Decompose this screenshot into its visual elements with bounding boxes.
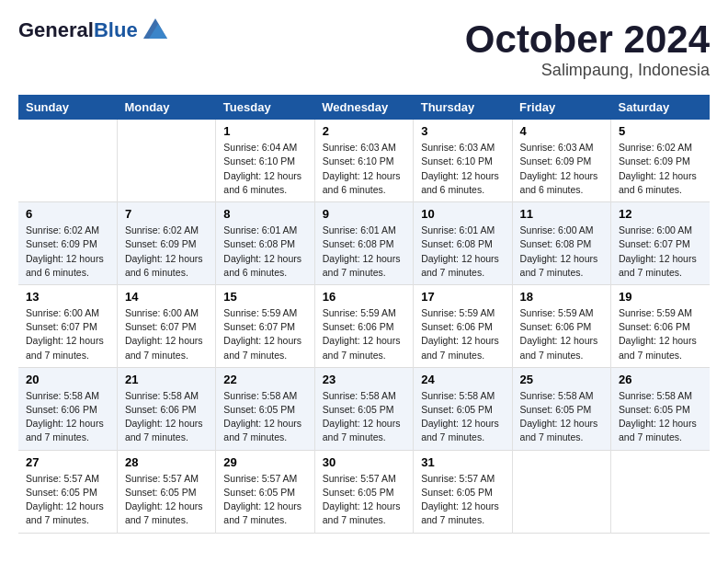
day-number: 7 <box>125 207 208 221</box>
calendar-cell-3-7: 19Sunrise: 5:59 AM Sunset: 6:06 PM Dayli… <box>611 284 710 367</box>
day-info: Sunrise: 5:58 AM Sunset: 6:05 PM Dayligh… <box>421 389 504 445</box>
day-number: 9 <box>323 207 405 221</box>
day-info: Sunrise: 6:03 AM Sunset: 6:10 PM Dayligh… <box>323 141 405 197</box>
logo-icon <box>140 15 171 42</box>
day-info: Sunrise: 6:00 AM Sunset: 6:07 PM Dayligh… <box>26 306 109 362</box>
day-info: Sunrise: 5:57 AM Sunset: 6:05 PM Dayligh… <box>223 472 306 528</box>
day-number: 19 <box>619 290 702 304</box>
calendar-cell-1-5: 3Sunrise: 6:03 AM Sunset: 6:10 PM Daylig… <box>414 120 512 201</box>
calendar-cell-2-3: 8Sunrise: 6:01 AM Sunset: 6:08 PM Daylig… <box>216 202 314 285</box>
weekday-monday: Monday <box>117 95 215 120</box>
day-number: 29 <box>223 455 306 469</box>
day-number: 25 <box>520 373 603 386</box>
calendar-cell-1-3: 1Sunrise: 6:04 AM Sunset: 6:10 PM Daylig… <box>216 120 314 201</box>
day-info: Sunrise: 6:03 AM Sunset: 6:10 PM Dayligh… <box>421 141 504 197</box>
day-info: Sunrise: 6:00 AM Sunset: 6:07 PM Dayligh… <box>125 306 208 362</box>
day-info: Sunrise: 5:58 AM Sunset: 6:05 PM Dayligh… <box>619 389 702 445</box>
day-number: 2 <box>323 124 405 138</box>
day-info: Sunrise: 5:58 AM Sunset: 6:06 PM Dayligh… <box>125 389 208 445</box>
weekday-tuesday: Tuesday <box>216 95 314 120</box>
day-number: 1 <box>223 124 306 138</box>
calendar-cell-5-2: 28Sunrise: 5:57 AM Sunset: 6:05 PM Dayli… <box>117 450 215 533</box>
day-number: 5 <box>619 124 702 138</box>
calendar-cell-4-2: 21Sunrise: 5:58 AM Sunset: 6:06 PM Dayli… <box>117 367 215 450</box>
calendar-cell-2-6: 11Sunrise: 6:00 AM Sunset: 6:08 PM Dayli… <box>512 202 610 285</box>
title-block: October 2024 Salimpaung, Indonesia <box>465 18 710 80</box>
week-row-4: 20Sunrise: 5:58 AM Sunset: 6:06 PM Dayli… <box>18 367 710 450</box>
week-row-5: 27Sunrise: 5:57 AM Sunset: 6:05 PM Dayli… <box>18 450 710 533</box>
month-title: October 2024 <box>465 18 710 61</box>
week-row-3: 13Sunrise: 6:00 AM Sunset: 6:07 PM Dayli… <box>18 284 710 367</box>
calendar-cell-4-3: 22Sunrise: 5:58 AM Sunset: 6:05 PM Dayli… <box>216 367 314 450</box>
day-number: 14 <box>125 290 208 304</box>
calendar-cell-2-2: 7Sunrise: 6:02 AM Sunset: 6:09 PM Daylig… <box>117 202 215 285</box>
calendar-cell-1-4: 2Sunrise: 6:03 AM Sunset: 6:10 PM Daylig… <box>314 120 413 201</box>
day-number: 27 <box>26 455 109 469</box>
calendar-cell-4-7: 26Sunrise: 5:58 AM Sunset: 6:05 PM Dayli… <box>611 367 710 450</box>
weekday-wednesday: Wednesday <box>314 95 413 120</box>
calendar-cell-2-1: 6Sunrise: 6:02 AM Sunset: 6:09 PM Daylig… <box>18 202 117 285</box>
calendar-cell-4-5: 24Sunrise: 5:58 AM Sunset: 6:05 PM Dayli… <box>414 367 512 450</box>
day-info: Sunrise: 5:58 AM Sunset: 6:05 PM Dayligh… <box>520 389 603 445</box>
calendar-cell-3-2: 14Sunrise: 6:00 AM Sunset: 6:07 PM Dayli… <box>117 284 215 367</box>
day-number: 28 <box>125 455 208 469</box>
day-number: 6 <box>26 207 109 221</box>
calendar-cell-5-7 <box>611 450 710 533</box>
day-info: Sunrise: 5:57 AM Sunset: 6:05 PM Dayligh… <box>26 472 109 528</box>
weekday-saturday: Saturday <box>611 95 710 120</box>
calendar-cell-4-1: 20Sunrise: 5:58 AM Sunset: 6:06 PM Dayli… <box>18 367 117 450</box>
calendar-body: 1Sunrise: 6:04 AM Sunset: 6:10 PM Daylig… <box>18 120 710 533</box>
day-number: 22 <box>223 373 306 386</box>
weekday-friday: Friday <box>512 95 610 120</box>
logo-general: General <box>18 18 94 41</box>
calendar-cell-2-5: 10Sunrise: 6:01 AM Sunset: 6:08 PM Dayli… <box>414 202 512 285</box>
calendar-cell-2-7: 12Sunrise: 6:00 AM Sunset: 6:07 PM Dayli… <box>611 202 710 285</box>
day-number: 24 <box>421 373 504 386</box>
calendar-cell-5-1: 27Sunrise: 5:57 AM Sunset: 6:05 PM Dayli… <box>18 450 117 533</box>
day-number: 26 <box>619 373 702 386</box>
day-info: Sunrise: 5:57 AM Sunset: 6:05 PM Dayligh… <box>125 472 208 528</box>
day-number: 30 <box>323 455 405 469</box>
calendar-cell-3-6: 18Sunrise: 5:59 AM Sunset: 6:06 PM Dayli… <box>512 284 610 367</box>
day-number: 4 <box>520 124 603 138</box>
weekday-header-row: SundayMondayTuesdayWednesdayThursdayFrid… <box>18 95 710 120</box>
day-number: 18 <box>520 290 603 304</box>
day-info: Sunrise: 6:01 AM Sunset: 6:08 PM Dayligh… <box>223 224 306 280</box>
day-number: 23 <box>323 373 405 386</box>
calendar-cell-3-5: 17Sunrise: 5:59 AM Sunset: 6:06 PM Dayli… <box>414 284 512 367</box>
week-row-1: 1Sunrise: 6:04 AM Sunset: 6:10 PM Daylig… <box>18 120 710 201</box>
calendar-cell-4-6: 25Sunrise: 5:58 AM Sunset: 6:05 PM Dayli… <box>512 367 610 450</box>
day-info: Sunrise: 5:59 AM Sunset: 6:06 PM Dayligh… <box>323 306 405 362</box>
calendar-cell-1-7: 5Sunrise: 6:02 AM Sunset: 6:09 PM Daylig… <box>611 120 710 201</box>
day-number: 15 <box>223 290 306 304</box>
calendar-cell-4-4: 23Sunrise: 5:58 AM Sunset: 6:05 PM Dayli… <box>314 367 413 450</box>
calendar-cell-1-1 <box>18 120 117 201</box>
calendar-cell-3-3: 15Sunrise: 5:59 AM Sunset: 6:07 PM Dayli… <box>216 284 314 367</box>
calendar-cell-5-4: 30Sunrise: 5:57 AM Sunset: 6:05 PM Dayli… <box>314 450 413 533</box>
week-row-2: 6Sunrise: 6:02 AM Sunset: 6:09 PM Daylig… <box>18 202 710 285</box>
calendar-header: SundayMondayTuesdayWednesdayThursdayFrid… <box>18 95 710 120</box>
day-info: Sunrise: 5:59 AM Sunset: 6:06 PM Dayligh… <box>520 306 603 362</box>
day-info: Sunrise: 5:57 AM Sunset: 6:05 PM Dayligh… <box>421 472 504 528</box>
day-info: Sunrise: 6:03 AM Sunset: 6:09 PM Dayligh… <box>520 141 603 197</box>
weekday-sunday: Sunday <box>18 95 117 120</box>
day-number: 21 <box>125 373 208 386</box>
day-info: Sunrise: 5:59 AM Sunset: 6:06 PM Dayligh… <box>619 306 702 362</box>
day-number: 16 <box>323 290 405 304</box>
day-info: Sunrise: 5:59 AM Sunset: 6:07 PM Dayligh… <box>223 306 306 362</box>
day-info: Sunrise: 6:02 AM Sunset: 6:09 PM Dayligh… <box>26 224 109 280</box>
calendar-cell-5-3: 29Sunrise: 5:57 AM Sunset: 6:05 PM Dayli… <box>216 450 314 533</box>
calendar-table: SundayMondayTuesdayWednesdayThursdayFrid… <box>18 95 710 533</box>
weekday-thursday: Thursday <box>414 95 512 120</box>
day-info: Sunrise: 6:02 AM Sunset: 6:09 PM Dayligh… <box>125 224 208 280</box>
logo: GeneralBlue <box>18 18 171 42</box>
day-number: 31 <box>421 455 504 469</box>
day-number: 20 <box>26 373 109 386</box>
day-info: Sunrise: 6:00 AM Sunset: 6:08 PM Dayligh… <box>520 224 603 280</box>
day-info: Sunrise: 6:02 AM Sunset: 6:09 PM Dayligh… <box>619 141 702 197</box>
day-number: 11 <box>520 207 603 221</box>
page-header: GeneralBlue October 2024 Salimpaung, Ind… <box>18 18 710 80</box>
calendar-cell-3-1: 13Sunrise: 6:00 AM Sunset: 6:07 PM Dayli… <box>18 284 117 367</box>
calendar-cell-2-4: 9Sunrise: 6:01 AM Sunset: 6:08 PM Daylig… <box>314 202 413 285</box>
day-info: Sunrise: 5:58 AM Sunset: 6:05 PM Dayligh… <box>323 389 405 445</box>
